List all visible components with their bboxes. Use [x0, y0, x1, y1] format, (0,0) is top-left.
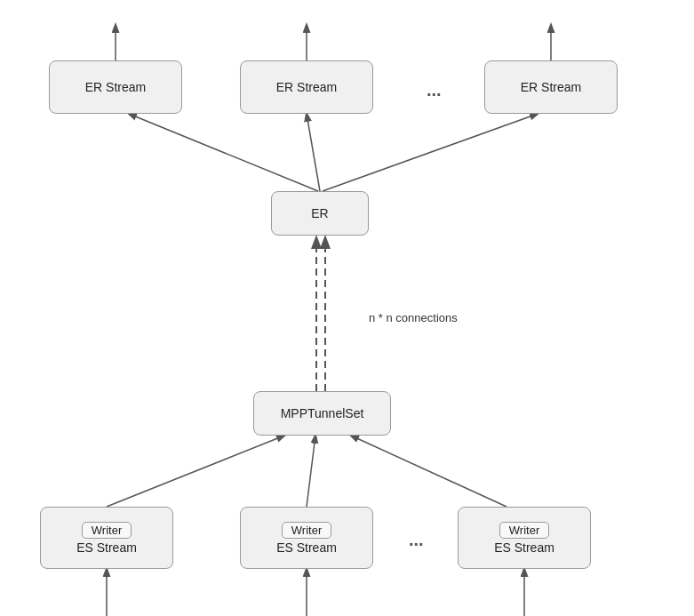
er-stream-left-box: ER Stream — [49, 60, 182, 114]
er-stream-mid-label: ER Stream — [276, 80, 337, 94]
svg-line-8 — [107, 436, 284, 507]
es-stream-left-label: ES Stream — [76, 540, 137, 555]
es-stream-right-box: Writer ES Stream — [458, 507, 591, 569]
es-stream-right-inner: Writer — [499, 522, 549, 539]
er-stream-mid-box: ER Stream — [240, 60, 373, 114]
er-box: ER — [271, 191, 369, 236]
er-stream-right-box: ER Stream — [484, 60, 618, 114]
er-stream-right-label: ER Stream — [521, 80, 581, 94]
er-label: ER — [311, 206, 328, 220]
svg-line-5 — [323, 114, 538, 191]
diagram: ER Stream ER Stream ... ER Stream ER n *… — [0, 0, 694, 616]
es-stream-left-inner: Writer — [82, 522, 132, 539]
es-stream-left-box: Writer ES Stream — [40, 507, 173, 569]
er-stream-left-label: ER Stream — [85, 80, 146, 94]
dots-top: ... — [427, 80, 442, 100]
svg-line-9 — [307, 436, 315, 507]
es-stream-right-label: ES Stream — [494, 540, 554, 555]
svg-line-10 — [351, 436, 507, 507]
es-stream-mid-inner: Writer — [282, 522, 331, 539]
es-stream-mid-box: Writer ES Stream — [240, 507, 373, 569]
mpp-label: MPPTunnelSet — [281, 406, 364, 420]
mpp-box: MPPTunnelSet — [253, 391, 391, 436]
svg-line-4 — [307, 114, 320, 191]
es-stream-mid-label: ES Stream — [276, 540, 337, 555]
connections-label: n * n connections — [369, 311, 458, 324]
svg-line-3 — [129, 114, 318, 191]
dots-bottom: ... — [409, 530, 424, 550]
